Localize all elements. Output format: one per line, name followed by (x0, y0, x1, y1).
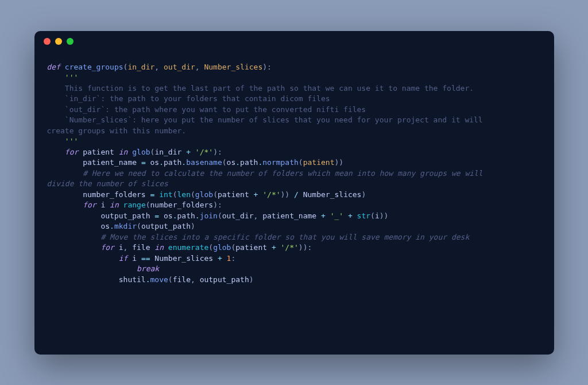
code-token (326, 211, 330, 220)
code-token: ''' (65, 137, 78, 145)
code-token: # Here we need to calculate the number o… (83, 169, 487, 178)
code-line: `out_dir`: the path where you want to pu… (47, 105, 541, 116)
code-token: create_groups (65, 63, 123, 71)
code-line: patient_name = os.path.basename(os.path.… (47, 157, 541, 168)
code-token: '/*' (262, 190, 280, 199)
code-token (191, 148, 195, 156)
code-token (159, 211, 164, 220)
code-token: in_dir (127, 63, 154, 71)
code-token: . (181, 158, 186, 167)
code-token: enumerate (168, 243, 208, 252)
code-token: . (159, 158, 164, 167)
code-token (164, 243, 168, 252)
code-line: ''' (47, 136, 541, 147)
code-token (146, 190, 150, 199)
code-token: for (83, 201, 96, 209)
code-token: ( (173, 190, 177, 199)
code-token: `in_dir`: the path to your folders that … (65, 94, 330, 103)
code-token: This function is to get the last part of… (65, 84, 474, 93)
code-token: patient (303, 158, 335, 167)
code-token: number_folders (83, 190, 146, 199)
code-line: ''' (47, 72, 541, 83)
code-token: '/*' (281, 243, 299, 252)
code-token (119, 201, 123, 209)
code-token: '_' (330, 211, 343, 220)
code-token: in (154, 243, 164, 252)
code-token: divide the number of slices (47, 179, 168, 188)
code-token: shutil (119, 275, 146, 284)
code-token: ( (299, 158, 303, 167)
code-line: `Number_slices`: here you put the number… (47, 115, 541, 126)
code-token: in (110, 201, 119, 209)
code-token: ) (191, 222, 195, 230)
maximize-icon[interactable] (67, 38, 74, 45)
code-token: move (150, 275, 168, 284)
code-token (353, 211, 357, 220)
code-line: create groups with this number. (47, 126, 541, 137)
code-token: ): (213, 148, 222, 156)
code-token: output_path (141, 222, 191, 230)
code-line: divide the number of slices (47, 179, 541, 190)
code-token: + (186, 148, 191, 156)
code-token: join (200, 211, 218, 220)
code-token: : (231, 254, 235, 263)
code-token: + (348, 211, 353, 220)
code-token: )) (334, 158, 343, 167)
code-token: os (150, 158, 160, 167)
code-token: for (100, 243, 114, 252)
code-token: patient_name (262, 211, 316, 220)
code-token: os (100, 222, 110, 230)
code-token: + (218, 254, 222, 263)
code-token: output_path (200, 275, 249, 284)
code-token: output_path (100, 211, 150, 220)
code-token: ( (222, 158, 227, 167)
code-token (137, 254, 141, 263)
code-token: in (119, 148, 128, 156)
minimize-icon[interactable] (55, 38, 62, 45)
code-token: ''' (65, 73, 78, 82)
code-token: ( (137, 222, 141, 230)
code-token: ): (213, 201, 222, 209)
titlebar (34, 31, 554, 52)
code-token: if (119, 254, 128, 263)
code-token (289, 190, 294, 199)
code-token: create groups with this number. (47, 126, 187, 135)
code-line: # Move the slices into a specific folder… (47, 232, 541, 243)
code-token: patient (235, 243, 267, 252)
code-token: ( (208, 243, 213, 252)
code-token: path (240, 158, 258, 167)
code-token: ): (262, 63, 272, 71)
close-icon[interactable] (44, 38, 51, 45)
code-token: ( (168, 275, 173, 284)
code-token: in_dir (154, 148, 181, 156)
code-line: break (47, 264, 541, 275)
code-token (299, 190, 303, 199)
code-token: = (154, 211, 159, 220)
code-token (78, 148, 83, 156)
code-token: ) (249, 275, 254, 284)
code-token: == (141, 254, 150, 263)
code-token: ( (218, 211, 222, 220)
code-token: , (191, 275, 200, 284)
code-token (114, 148, 119, 156)
code-token: Number_slices (154, 254, 213, 263)
code-token: out_dir (164, 63, 195, 71)
code-area[interactable]: def create_groups(in_dir, out_dir, Numbe… (34, 52, 554, 296)
code-token: def (47, 63, 60, 71)
code-token: ( (213, 190, 218, 199)
code-token: file (132, 243, 150, 252)
code-token: ( (191, 190, 195, 199)
code-token: '/*' (195, 148, 213, 156)
code-token: ( (370, 211, 375, 220)
code-token: normpath (262, 158, 299, 167)
code-token: os (164, 211, 173, 220)
code-token: patient (83, 148, 114, 156)
code-line: if i == Number_slices + 1: (47, 253, 541, 264)
code-token: str (357, 211, 370, 220)
code-token (316, 211, 321, 220)
code-token (154, 190, 159, 199)
code-line: for patient in glob(in_dir + '/*'): (47, 147, 541, 158)
code-token: range (123, 201, 146, 209)
code-token (181, 148, 186, 156)
code-token: + (321, 211, 326, 220)
